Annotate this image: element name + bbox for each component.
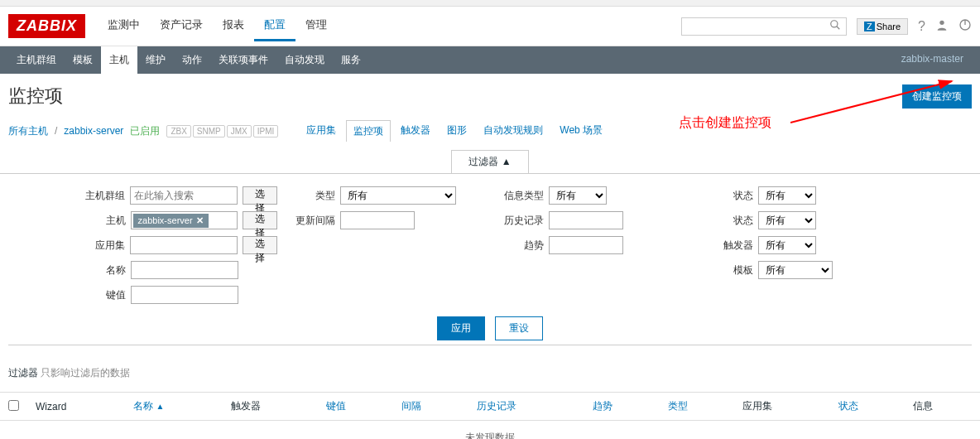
- subnav-1[interactable]: 模板: [65, 46, 101, 74]
- ctx-tab-3[interactable]: 图形: [440, 120, 473, 142]
- sub-navigation: 主机群组模板主机维护动作关联项事件自动发现服务zabbix-master: [0, 46, 980, 74]
- ctx-tab-5[interactable]: Web 场景: [553, 120, 609, 142]
- col-trend[interactable]: 趋势: [584, 393, 660, 421]
- filter-note: 过滤器 只影响过滤后的数据: [0, 358, 980, 388]
- top-menu-2[interactable]: 报表: [213, 11, 254, 41]
- label-state1: 状态: [704, 189, 753, 203]
- select-appset-button[interactable]: 选择: [243, 236, 277, 254]
- select-all-checkbox[interactable]: [8, 400, 19, 411]
- host-tag: zabbix-server ✕: [133, 214, 209, 228]
- col-info: 信息: [905, 393, 980, 421]
- input-key[interactable]: [131, 286, 238, 304]
- col-triggers: 触发器: [223, 393, 318, 421]
- global-search[interactable]: [681, 17, 847, 36]
- subnav-4[interactable]: 动作: [174, 46, 210, 74]
- input-name[interactable]: [131, 261, 238, 279]
- label-template: 模板: [704, 263, 753, 277]
- annotation-label: 点击创建监控项: [679, 114, 771, 132]
- col-state[interactable]: 状态: [830, 393, 906, 421]
- select-infotype[interactable]: 所有: [549, 186, 607, 205]
- svg-point-0: [831, 21, 838, 27]
- subnav-7[interactable]: 服务: [333, 46, 369, 74]
- subnav-context: zabbix-master: [893, 46, 972, 74]
- label-interval: 更新间隔: [286, 214, 335, 228]
- filter-panel: 主机群组 选择 主机 zabbix-server ✕ 选择 应用集: [0, 173, 980, 358]
- label-key: 键值: [76, 288, 126, 302]
- svg-line-1: [837, 27, 840, 30]
- label-host: 主机: [76, 214, 126, 228]
- top-menu-3[interactable]: 配置: [254, 11, 295, 41]
- col-history[interactable]: 历史记录: [468, 393, 584, 421]
- power-icon[interactable]: [958, 18, 972, 35]
- top-menu-0[interactable]: 监测中: [98, 11, 150, 41]
- remove-host-icon[interactable]: ✕: [196, 215, 204, 226]
- proto-ipmi: IPMI: [253, 125, 279, 137]
- ctx-tab-1[interactable]: 监控项: [346, 120, 391, 142]
- select-trigger[interactable]: 所有: [758, 236, 816, 254]
- ctx-tab-2[interactable]: 触发器: [394, 120, 437, 142]
- select-hostgroup-button[interactable]: 选择: [243, 186, 277, 205]
- col-appset: 应用集: [734, 393, 829, 421]
- filter-header: 过滤器 ▲: [0, 150, 980, 173]
- label-name: 名称: [76, 263, 126, 277]
- reset-button[interactable]: 重设: [495, 316, 543, 340]
- input-host[interactable]: zabbix-server ✕: [131, 211, 238, 229]
- select-type[interactable]: 所有: [340, 186, 456, 205]
- col-key[interactable]: 键值: [318, 393, 393, 421]
- search-icon: [829, 19, 841, 33]
- label-history: 历史记录: [494, 214, 544, 228]
- input-hostgroup[interactable]: [130, 186, 238, 205]
- main-header: ZABBIX 监测中资产记录报表配置管理 ZShare ?: [0, 7, 980, 46]
- subnav-2[interactable]: 主机: [101, 46, 137, 74]
- ctx-tab-4[interactable]: 自动发现规则: [477, 120, 550, 142]
- col-name[interactable]: 名称 ▲: [125, 393, 223, 421]
- svg-point-2: [939, 20, 944, 24]
- items-table: Wizard 名称 ▲ 触发器 键值 间隔 历史记录 趋势 类型 应用集 状态 …: [0, 392, 980, 439]
- zabbix-logo: ZABBIX: [8, 14, 85, 38]
- col-type[interactable]: 类型: [660, 393, 735, 421]
- filter-toggle[interactable]: 过滤器 ▲: [451, 150, 528, 173]
- select-state2[interactable]: 所有: [758, 211, 816, 229]
- subnav-0[interactable]: 主机群组: [8, 46, 65, 74]
- label-trend: 趋势: [494, 239, 544, 253]
- page-title: 监控项: [8, 84, 63, 109]
- no-data-row: 未发现数据: [0, 421, 980, 440]
- subnav-3[interactable]: 维护: [137, 46, 174, 74]
- label-appset: 应用集: [76, 239, 125, 253]
- select-template[interactable]: 所有: [758, 261, 833, 279]
- ctx-tab-0[interactable]: 应用集: [300, 120, 343, 142]
- top-menu-1[interactable]: 资产记录: [150, 11, 213, 41]
- subnav-5[interactable]: 关联项事件: [210, 46, 276, 74]
- share-button[interactable]: ZShare: [857, 18, 908, 35]
- enabled-status: 已启用: [130, 124, 160, 138]
- help-icon[interactable]: ?: [918, 19, 925, 34]
- protocol-tags: ZBXSNMPJMXIPMI: [166, 125, 278, 137]
- apply-button[interactable]: 应用: [437, 316, 485, 340]
- col-wizard: Wizard: [27, 393, 125, 421]
- all-hosts-link[interactable]: 所有主机: [8, 124, 48, 138]
- select-state1[interactable]: 所有: [758, 186, 816, 205]
- label-state2: 状态: [704, 214, 753, 228]
- input-appset[interactable]: [130, 236, 238, 254]
- browser-bookmarks-bar: [0, 0, 980, 7]
- context-tabs: 应用集监控项触发器图形自动发现规则Web 场景: [300, 120, 609, 142]
- host-link[interactable]: zabbix-server: [64, 125, 123, 137]
- label-hostgroup: 主机群组: [76, 189, 125, 203]
- page-header: 监控项 创建监控项: [0, 74, 980, 115]
- user-icon[interactable]: [935, 18, 949, 35]
- proto-snmp: SNMP: [193, 125, 225, 137]
- input-trend[interactable]: [549, 236, 623, 254]
- label-type: 类型: [286, 189, 335, 203]
- subnav-6[interactable]: 自动发现: [276, 46, 333, 74]
- create-item-button[interactable]: 创建监控项: [902, 84, 972, 109]
- select-host-button[interactable]: 选择: [243, 211, 277, 229]
- top-menu-4[interactable]: 管理: [295, 11, 337, 41]
- label-infotype: 信息类型: [494, 189, 544, 203]
- top-menu: 监测中资产记录报表配置管理: [98, 11, 681, 41]
- input-interval[interactable]: [340, 211, 415, 229]
- proto-jmx: JMX: [227, 125, 252, 137]
- proto-zbx: ZBX: [166, 125, 190, 137]
- col-interval[interactable]: 间隔: [393, 393, 468, 421]
- input-history[interactable]: [549, 211, 623, 229]
- context-breadcrumb: 所有主机 / zabbix-server 已启用 ZBXSNMPJMXIPMI …: [0, 115, 980, 147]
